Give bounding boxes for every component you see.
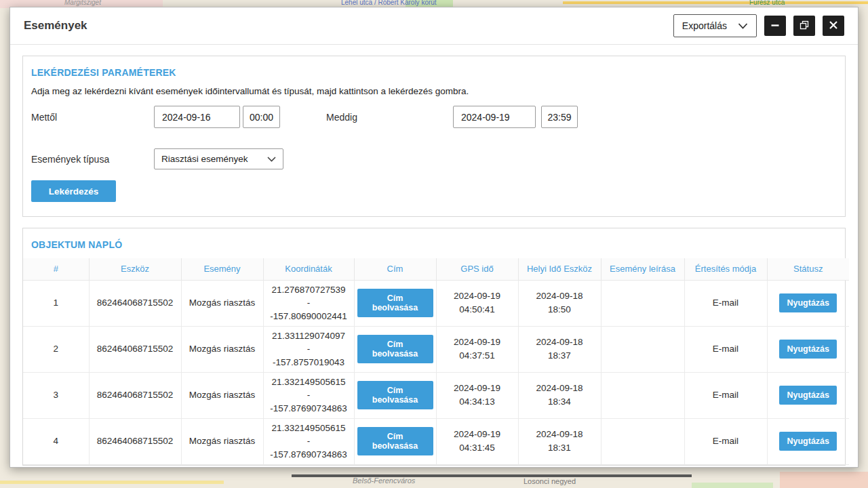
datetime-row: Mettől Meddig [23, 106, 845, 128]
query-button[interactable]: Lekérdezés [31, 180, 116, 202]
cell-coordinates: 21.332149505615 - -157.87690734863 [263, 372, 354, 418]
to-date-input[interactable] [453, 106, 536, 128]
ack-button[interactable]: Nyugtázás [779, 432, 837, 451]
to-label: Meddig [326, 112, 453, 123]
cell-notify: E-mail [684, 280, 767, 326]
cell-notify: E-mail [684, 418, 767, 464]
gps-date: 2024-09-19 [439, 382, 515, 395]
events-window: Események Exportálás [9, 7, 859, 468]
event-type-value: Riasztási események [161, 154, 248, 164]
cell-notify: E-mail [684, 372, 767, 418]
cell-device: 862464068715502 [89, 280, 181, 326]
query-section-title: LEKÉRDEZÉSI PARAMÉTEREK [31, 67, 837, 78]
coordinate-separator: - [267, 434, 351, 448]
map-road [563, 1, 868, 4]
cell-local-time: 2024-09-18 18:34 [518, 372, 601, 418]
cell-local-time: 2024-09-18 18:31 [518, 418, 601, 464]
cell-address: Cím beolvasása [354, 326, 436, 372]
to-time-input[interactable] [541, 106, 578, 128]
cell-device: 862464068715502 [89, 326, 181, 372]
coordinate-lon: -157.80690002441 [267, 310, 351, 323]
minimize-button[interactable] [764, 16, 786, 36]
map-label: Belső-Ferencváros [353, 476, 415, 485]
cell-address: Cím beolvasása [354, 280, 436, 326]
coordinate-lat: 21.332149505615 [267, 422, 351, 435]
table-row: 4 862464068715502 Mozgás riasztás 21.332… [23, 418, 849, 464]
close-button[interactable] [823, 16, 844, 36]
export-label: Exportálás [682, 20, 727, 31]
cell-gps-time: 2024-09-19 04:34:13 [436, 372, 518, 418]
cell-num: 1 [23, 280, 89, 326]
cell-address: Cím beolvasása [354, 418, 436, 464]
table-row: 3 862464068715502 Mozgás riasztás 21.332… [23, 372, 849, 418]
map-road [0, 481, 224, 484]
cell-event: Mozgás riasztás [181, 418, 263, 464]
coordinate-lat: 21.276870727539 [267, 283, 351, 297]
address-lookup-button[interactable]: Cím beolvasása [357, 289, 433, 317]
local-date: 2024-09-18 [521, 382, 598, 395]
address-lookup-button[interactable]: Cím beolvasása [357, 427, 433, 455]
cell-status: Nyugtázás [767, 280, 849, 326]
local-time: 18:37 [521, 349, 598, 363]
from-label: Mettől [31, 112, 154, 123]
local-date: 2024-09-18 [521, 336, 598, 349]
from-date-input[interactable] [154, 106, 240, 128]
event-type-select[interactable]: Riasztási események [154, 148, 283, 169]
address-lookup-button[interactable]: Cím beolvasása [357, 335, 433, 363]
local-time: 18:50 [521, 303, 598, 317]
coordinate-lat: 21.332149505615 [267, 375, 351, 389]
local-time: 18:34 [521, 395, 598, 409]
local-date: 2024-09-18 [521, 428, 598, 441]
col-header-description: Esemény leírása [601, 258, 684, 280]
ack-button[interactable]: Nyugtázás [779, 386, 837, 405]
events-table: # Eszköz Esemény Koordináták Cím GPS idő… [23, 258, 849, 465]
cell-status: Nyugtázás [767, 372, 849, 418]
cell-local-time: 2024-09-18 18:50 [518, 280, 601, 326]
restore-button[interactable] [793, 16, 815, 36]
coordinate-lon: -157.8757019043 [267, 356, 351, 369]
close-icon [829, 20, 838, 32]
from-time-input[interactable] [243, 106, 280, 128]
col-header-device: Eszköz [89, 258, 181, 280]
cell-description [601, 280, 684, 326]
cell-coordinates: 21.332149505615 - -157.87690734863 [263, 418, 354, 464]
gps-time: 04:34:13 [439, 395, 515, 409]
col-header-address: Cím [354, 258, 436, 280]
cell-status: Nyugtázás [767, 326, 849, 372]
restore-icon [800, 20, 809, 32]
address-lookup-button[interactable]: Cím beolvasása [357, 381, 433, 409]
window-content: LEKÉRDEZÉSI PARAMÉTEREK Adja meg az leké… [10, 45, 858, 468]
titlebar: Események Exportálás [10, 7, 858, 45]
cell-coordinates: 21.276870727539 - -157.80690002441 [263, 280, 354, 326]
col-header-local-time: Helyi Idő Eszköz [518, 258, 601, 280]
table-row: 1 862464068715502 Mozgás riasztás 21.276… [23, 280, 849, 326]
col-header-coordinates: Koordináták [263, 258, 354, 280]
cell-num: 4 [23, 418, 89, 464]
ack-button[interactable]: Nyugtázás [779, 340, 837, 359]
cell-gps-time: 2024-09-19 04:37:51 [436, 326, 518, 372]
cell-description [601, 326, 684, 372]
map-label: Losonci negyed [524, 477, 576, 485]
map-label: Margitsziget [64, 0, 101, 6]
cell-address: Cím beolvasása [354, 372, 436, 418]
gps-time: 04:37:51 [439, 349, 515, 363]
cell-notify: E-mail [684, 326, 767, 372]
gps-date: 2024-09-19 [439, 336, 515, 349]
cell-num: 3 [23, 372, 89, 418]
map-area-park [692, 483, 773, 488]
ack-button[interactable]: Nyugtázás [779, 293, 837, 312]
cell-description [601, 372, 684, 418]
local-date: 2024-09-18 [521, 289, 598, 303]
cell-coordinates: 21.331129074097 - -157.8757019043 [263, 326, 354, 372]
cell-gps-time: 2024-09-19 04:31:45 [436, 418, 518, 464]
cell-event: Mozgás riasztás [181, 280, 263, 326]
cell-event: Mozgás riasztás [181, 372, 263, 418]
map-label: Lehel utca / Róbert Károly körút [341, 0, 437, 6]
col-header-num: # [23, 258, 89, 280]
col-header-notify: Értesítés módja [684, 258, 767, 280]
export-dropdown-button[interactable]: Exportálás [673, 14, 757, 37]
chevron-down-icon [738, 20, 748, 31]
cell-num: 2 [23, 326, 89, 372]
col-header-gps-time: GPS idő [436, 258, 518, 280]
minimize-icon [770, 20, 780, 32]
